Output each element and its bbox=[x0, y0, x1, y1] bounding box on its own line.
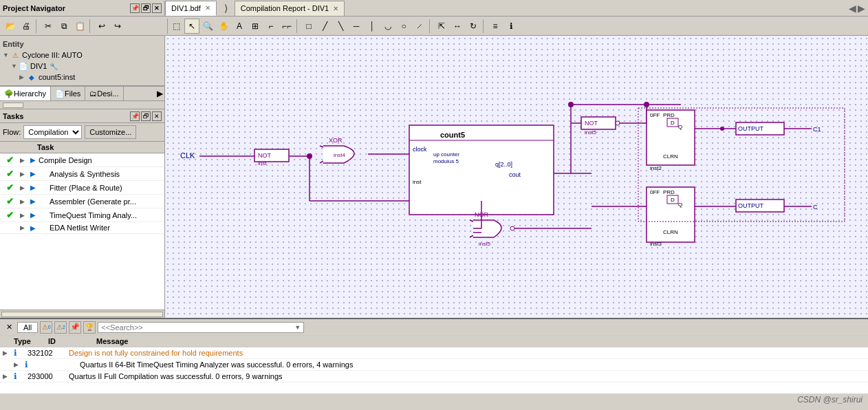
line2-btn[interactable]: ╲ bbox=[333, 19, 348, 34]
line5-btn[interactable]: ⟋ bbox=[412, 19, 427, 34]
tasks-table: Task ✔ ▶ ▶ Compile Design ✔ ▶ ▶ Analysis… bbox=[0, 142, 164, 310]
timequest-play-icon: ▶ bbox=[30, 211, 36, 219]
circle-btn[interactable]: ○ bbox=[396, 19, 411, 34]
count5-title: count5 bbox=[440, 131, 465, 139]
dff2-prd-label: PRD bbox=[663, 189, 675, 195]
zoom-btn[interactable]: 🔍 bbox=[200, 19, 215, 34]
bookmark-filter-btn[interactable]: 📌 bbox=[69, 321, 81, 334]
task-row-fitter[interactable]: ✔ ▶ ▶ Fitter (Place & Route) bbox=[0, 181, 164, 195]
msg1-expand[interactable]: ▶ bbox=[3, 349, 14, 356]
bus-btn[interactable]: ⌐⌐ bbox=[279, 19, 294, 34]
fitter-expand[interactable]: ▶ bbox=[17, 184, 28, 191]
eda-expand[interactable]: ▶ bbox=[17, 224, 28, 231]
tab-design[interactable]: 🗂 Desi... bbox=[85, 87, 123, 100]
arc-btn[interactable]: ◡ bbox=[380, 19, 395, 34]
pointer-btn[interactable]: ↖ bbox=[184, 19, 199, 34]
paste-btn[interactable]: 📋 bbox=[72, 19, 87, 34]
msg-tab-all[interactable]: All bbox=[17, 322, 38, 333]
open-btn[interactable]: 📂 bbox=[3, 19, 18, 34]
tab-div1bdf-close[interactable]: ✕ bbox=[205, 4, 210, 12]
dff2-q-label: Q bbox=[678, 202, 682, 208]
tasks-header: Tasks 📌 🗗 ✕ bbox=[0, 109, 164, 123]
print-btn[interactable]: 🖨 bbox=[19, 19, 34, 34]
fitter-status: ✔ bbox=[3, 182, 17, 193]
entity-scrollbar[interactable] bbox=[0, 101, 164, 109]
analysis-status: ✔ bbox=[3, 169, 17, 179]
tab-hierarchy[interactable]: 🌳 Hierarchy bbox=[0, 87, 51, 100]
timequest-expand[interactable]: ▶ bbox=[17, 212, 28, 219]
count5-file-icon: ◆ bbox=[26, 72, 37, 82]
tab-design-icon: 🗂 bbox=[89, 89, 97, 98]
forward-btn[interactable]: ▶ bbox=[858, 3, 865, 14]
panel-pin-btn[interactable]: 📌 bbox=[130, 3, 140, 13]
wire-btn[interactable]: ⌐ bbox=[263, 19, 279, 34]
symbol-btn[interactable]: ⊞ bbox=[248, 19, 263, 34]
tasks-float-btn[interactable]: 🗗 bbox=[141, 111, 151, 121]
msg-row-3[interactable]: ▶ ℹ 293000 Quartus II Full Compilation w… bbox=[0, 371, 868, 382]
search-input[interactable] bbox=[101, 323, 294, 332]
tab-compilation-report[interactable]: Compilation Report - DIV1 ✕ bbox=[235, 1, 345, 16]
flip-btn[interactable]: ↔ bbox=[450, 19, 465, 34]
fitter-play: ▶ bbox=[28, 184, 39, 191]
canvas-area[interactable]: CLK NOT inst XOR inst4 count5 bbox=[165, 36, 868, 318]
flow-select[interactable]: Compilation bbox=[23, 125, 82, 139]
tasks-scroll-handle[interactable] bbox=[1, 312, 163, 317]
tasks-scrollbar[interactable] bbox=[0, 310, 164, 318]
tab-div1bdf[interactable]: DIV1.bdf ✕ bbox=[165, 1, 217, 16]
select-btn[interactable]: ⬚ bbox=[169, 19, 184, 34]
task-row-analysis[interactable]: ✔ ▶ ▶ Analysis & Synthesis bbox=[0, 167, 164, 181]
analysis-expand[interactable]: ▶ bbox=[17, 171, 28, 177]
prop-btn[interactable]: ≡ bbox=[488, 19, 503, 34]
task-row-assembler[interactable]: ✔ ▶ ▶ Assembler (Generate pr... bbox=[0, 195, 164, 208]
panel-close-btn[interactable]: ✕ bbox=[152, 3, 162, 13]
cut-btn[interactable]: ✂ bbox=[41, 19, 56, 34]
tree-item-cyclone[interactable]: ▼ ⚠ Cyclone III: AUTO bbox=[3, 50, 162, 61]
assembler-expand[interactable]: ▶ bbox=[17, 198, 28, 205]
inst2-label: inst2 bbox=[650, 165, 662, 171]
undo-btn[interactable]: ↩ bbox=[94, 19, 109, 34]
tree-item-div1[interactable]: ▼ 📄 DIV1 🔧 bbox=[3, 61, 162, 72]
back-btn[interactable]: ◀ bbox=[849, 3, 856, 14]
search-dropdown-icon[interactable]: ▼ bbox=[294, 324, 301, 331]
tab-compilation-close[interactable]: ✕ bbox=[333, 5, 338, 12]
msg-clear-btn[interactable]: ✕ bbox=[3, 321, 15, 334]
div1-folder-icon: 📄 bbox=[18, 61, 29, 71]
tree-item-count5inst[interactable]: ▶ ◆ count5:inst bbox=[3, 72, 162, 83]
task-row-compile[interactable]: ✔ ▶ ▶ Compile Design bbox=[0, 153, 164, 167]
tab-files[interactable]: 📄 Files bbox=[51, 87, 85, 100]
msg-row-2[interactable]: ▶ ℹ Quartus II 64-Bit TimeQuest Timing A… bbox=[0, 359, 868, 371]
msg2-expand[interactable]: ▶ bbox=[14, 361, 25, 368]
tab-nav-btn[interactable]: ⟩ bbox=[218, 3, 235, 14]
rotate-btn[interactable]: ↻ bbox=[466, 19, 481, 34]
redo-btn[interactable]: ↪ bbox=[110, 19, 125, 34]
tasks-col-expand bbox=[23, 143, 37, 151]
warning-filter-btn[interactable]: ⚠0 bbox=[40, 321, 52, 334]
align-btn[interactable]: ⇱ bbox=[434, 19, 449, 34]
line4-btn[interactable]: │ bbox=[365, 19, 380, 34]
msg-row-1[interactable]: ▶ ℹ 332102 Design is not fully constrain… bbox=[0, 347, 868, 359]
info-btn[interactable]: ℹ bbox=[503, 19, 519, 34]
tasks-close-btn[interactable]: ✕ bbox=[152, 111, 162, 121]
task-row-eda[interactable]: ▶ ▶ EDA Netlist Writer bbox=[0, 222, 164, 234]
copy-btn[interactable]: ⧉ bbox=[56, 19, 72, 34]
line3-btn[interactable]: ─ bbox=[349, 19, 364, 34]
pan-btn[interactable]: ✋ bbox=[216, 19, 231, 34]
sep5 bbox=[483, 19, 486, 33]
panel-float-btn[interactable]: 🗗 bbox=[141, 3, 151, 13]
compile-expand[interactable]: ▶ bbox=[17, 157, 28, 164]
sep1 bbox=[36, 19, 39, 33]
line1-btn[interactable]: ╱ bbox=[317, 19, 332, 34]
entity-scroll-handle[interactable] bbox=[3, 102, 23, 108]
warning2-filter-btn[interactable]: ⚠2 bbox=[54, 321, 67, 334]
trophy-filter-btn[interactable]: 🏆 bbox=[83, 321, 96, 334]
customize-btn[interactable]: Customize... bbox=[85, 125, 136, 139]
msg3-expand[interactable]: ▶ bbox=[3, 373, 14, 380]
dff1-prd-label: PRD bbox=[663, 112, 675, 118]
tasks-pin-btn[interactable]: 📌 bbox=[130, 111, 140, 121]
panel-tab-nav[interactable]: ▶ bbox=[124, 87, 165, 100]
div1-arrow: ▼ bbox=[11, 63, 18, 69]
text-btn[interactable]: A bbox=[232, 19, 247, 34]
dff2-off-label: 0FF bbox=[650, 189, 660, 195]
rect-btn[interactable]: □ bbox=[301, 19, 316, 34]
task-row-timequest[interactable]: ✔ ▶ ▶ TimeQuest Timing Analy... bbox=[0, 208, 164, 222]
